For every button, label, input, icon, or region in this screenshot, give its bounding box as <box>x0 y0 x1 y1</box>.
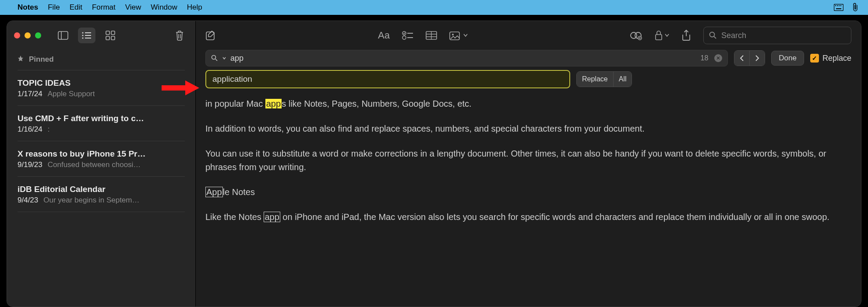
sidebar-toolbar <box>7 21 195 50</box>
search-icon <box>211 55 218 62</box>
svg-line-42 <box>215 59 217 61</box>
menu-file[interactable]: File <box>48 3 60 12</box>
lock-button[interactable] <box>654 30 669 41</box>
replace-checkbox[interactable]: ✓ <box>810 54 819 63</box>
note-preview: : <box>48 125 50 134</box>
svg-rect-3 <box>839 5 840 6</box>
note-paragraph: Apple Notes <box>205 185 851 199</box>
minimize-window-button[interactable] <box>25 32 31 38</box>
pinned-section-header: Pinned <box>7 50 195 68</box>
find-input-container: 18 ✕ <box>205 50 728 66</box>
delete-note-button[interactable] <box>171 28 188 43</box>
note-title: Use CMD + F after writing to c… <box>18 114 185 123</box>
note-preview: Apple Support <box>48 90 95 98</box>
note-paragraph: You can use it to substitute a word or m… <box>205 147 851 174</box>
search-placeholder: Search <box>721 31 746 40</box>
media-button[interactable] <box>449 31 468 40</box>
replace-one-button[interactable]: Replace <box>577 72 613 87</box>
note-item[interactable]: X reasons to buy iPhone 15 Pr… 9/19/23Co… <box>18 141 185 177</box>
find-prev-button[interactable] <box>734 51 749 66</box>
note-date: 9/19/23 <box>18 160 42 169</box>
close-window-button[interactable] <box>14 32 20 38</box>
svg-point-41 <box>212 56 216 59</box>
note-paragraph: Like the Notes app on iPhone and iPad, t… <box>205 210 851 224</box>
chevron-down-icon <box>665 34 669 37</box>
find-match: app <box>264 212 280 222</box>
note-item[interactable]: iDB Editorial Calendar 9/4/23Our year be… <box>18 177 185 212</box>
editor-toolbar: Aa Search <box>196 21 861 50</box>
find-match-current: app <box>265 99 282 108</box>
editor-pane: Aa Search <box>196 21 861 307</box>
note-date: 9/4/23 <box>18 196 38 205</box>
note-paragraph: in popular Mac apps like Notes, Pages, N… <box>205 97 851 111</box>
replace-toggle-label: Replace <box>822 54 851 63</box>
note-title: TOPIC IDEAS <box>18 78 185 88</box>
note-preview: Our year begins in Septem… <box>43 196 139 205</box>
link-button[interactable] <box>630 31 642 40</box>
chevron-down-icon[interactable] <box>222 57 226 59</box>
note-list: TOPIC IDEAS 1/17/24Apple Support Use CMD… <box>7 68 195 212</box>
svg-rect-1 <box>835 5 836 6</box>
replace-action-segment: Replace All <box>576 71 632 87</box>
svg-rect-0 <box>834 4 843 11</box>
svg-point-10 <box>82 35 83 36</box>
menu-edit[interactable]: Edit <box>70 3 82 12</box>
pinned-label: Pinned <box>29 55 54 64</box>
find-next-button[interactable] <box>749 51 765 66</box>
svg-rect-2 <box>837 5 838 6</box>
paperclip-icon[interactable] <box>850 3 860 12</box>
svg-point-32 <box>452 34 454 35</box>
note-item[interactable]: Use CMD + F after writing to c… 1/16/24: <box>18 106 185 141</box>
table-button[interactable] <box>426 31 437 40</box>
new-note-button[interactable] <box>205 30 216 41</box>
note-content[interactable]: in popular Mac apps like Notes, Pages, N… <box>196 94 861 235</box>
clear-find-button[interactable]: ✕ <box>714 54 722 62</box>
menu-view[interactable]: View <box>125 3 141 12</box>
replace-input[interactable] <box>205 70 570 88</box>
note-item[interactable]: TOPIC IDEAS 1/17/24Apple Support <box>18 70 185 106</box>
sidebar: Pinned TOPIC IDEAS 1/17/24Apple Support … <box>7 21 196 307</box>
note-date: 1/16/24 <box>18 125 42 134</box>
svg-rect-5 <box>836 8 841 9</box>
svg-rect-17 <box>111 36 115 40</box>
toggle-sidebar-button[interactable] <box>54 28 72 43</box>
font-format-button[interactable]: Aa <box>378 30 390 41</box>
svg-rect-15 <box>111 31 115 35</box>
find-input[interactable] <box>230 54 696 63</box>
find-nav-segment <box>734 50 765 66</box>
svg-rect-16 <box>106 36 109 40</box>
share-button[interactable] <box>681 30 691 41</box>
note-title: iDB Editorial Calendar <box>18 185 185 194</box>
note-preview: Confused between choosi… <box>48 160 141 169</box>
search-notes-input[interactable]: Search <box>703 27 851 44</box>
menu-format[interactable]: Format <box>92 3 116 12</box>
window-controls <box>14 32 41 38</box>
svg-rect-14 <box>106 31 109 35</box>
svg-point-25 <box>402 36 406 39</box>
svg-rect-38 <box>656 35 662 40</box>
menu-window[interactable]: Window <box>151 3 177 12</box>
menu-notes[interactable]: Notes <box>18 3 38 12</box>
list-view-button[interactable] <box>78 28 95 43</box>
svg-line-40 <box>714 36 716 38</box>
replace-all-button[interactable]: All <box>613 72 632 87</box>
svg-rect-4 <box>840 5 841 6</box>
find-match: App <box>205 187 223 197</box>
search-icon <box>709 31 717 39</box>
svg-point-12 <box>82 37 83 38</box>
pin-icon <box>18 56 24 63</box>
note-title: X reasons to buy iPhone 15 Pr… <box>18 149 185 159</box>
fullscreen-window-button[interactable] <box>35 32 41 38</box>
svg-point-8 <box>82 32 83 33</box>
find-replace-bar: 18 ✕ Done ✓ Replace Replace All <box>196 50 861 94</box>
notes-window: Pinned TOPIC IDEAS 1/17/24Apple Support … <box>7 21 861 307</box>
keyboard-icon[interactable] <box>834 3 843 12</box>
svg-rect-6 <box>58 31 68 39</box>
note-paragraph: In addition to words, you can also find … <box>205 122 851 136</box>
menu-help[interactable]: Help <box>187 3 202 12</box>
replace-toggle[interactable]: ✓ Replace <box>810 54 851 63</box>
grid-view-button[interactable] <box>102 28 119 43</box>
find-done-button[interactable]: Done <box>771 51 804 66</box>
checklist-button[interactable] <box>402 31 413 40</box>
chevron-down-icon <box>463 34 468 37</box>
